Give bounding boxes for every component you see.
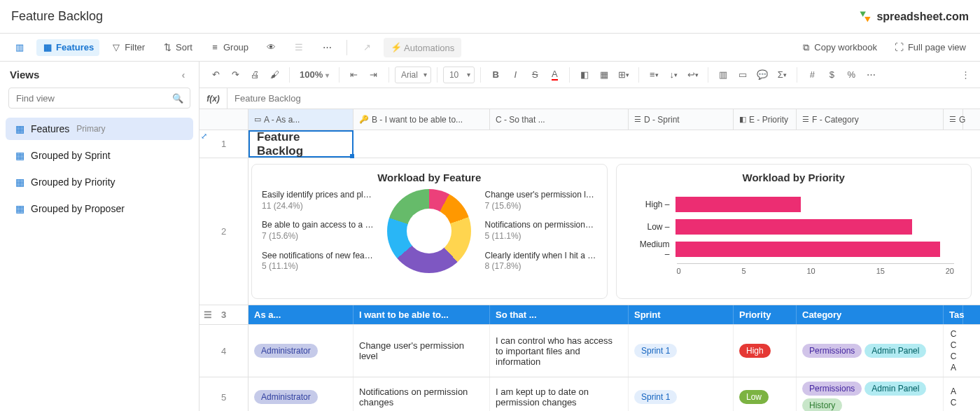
list-button[interactable]: ☰ bbox=[288, 39, 310, 56]
cell-priority[interactable]: High bbox=[734, 325, 797, 377]
chart-workload-feature[interactable]: Workload by Feature Easily identify pric… bbox=[251, 164, 608, 299]
zoom-select[interactable]: 100% ▾ bbox=[295, 69, 333, 80]
row-number[interactable]: 4 bbox=[200, 325, 248, 377]
table-header[interactable]: As a... bbox=[248, 305, 354, 324]
row-number[interactable]: 2 bbox=[200, 158, 248, 305]
formula-input[interactable]: Feature Backlog bbox=[227, 93, 301, 104]
strike-button[interactable]: S bbox=[526, 66, 544, 84]
image-button[interactable]: ▭ bbox=[734, 66, 752, 84]
search-input[interactable] bbox=[8, 88, 190, 109]
table-header[interactable]: I want to be able to... bbox=[354, 305, 490, 324]
table-header[interactable]: Priority bbox=[734, 305, 797, 324]
textcolor-button[interactable]: A bbox=[545, 66, 564, 84]
collapse-sidebar-icon[interactable]: ‹ bbox=[178, 69, 189, 81]
font-select[interactable]: Arial bbox=[395, 67, 431, 83]
view-item-sprint[interactable]: ▦ Grouped by Sprint bbox=[6, 144, 193, 167]
share-button[interactable]: ↗ bbox=[356, 39, 378, 56]
view-item-proposer[interactable]: ▦ Grouped by Proposer bbox=[6, 197, 193, 220]
paint-button[interactable]: 🖌 bbox=[265, 66, 284, 84]
cell-tasks[interactable]: AC bbox=[944, 377, 963, 411]
more-button[interactable]: ⋯ bbox=[316, 39, 338, 56]
border-button[interactable]: ▦ bbox=[595, 66, 613, 84]
table-header[interactable]: Sprint bbox=[629, 305, 734, 324]
merge-button[interactable]: ⊞▾ bbox=[615, 66, 633, 84]
cell-a1[interactable]: Feature Backlog bbox=[248, 130, 354, 158]
automations-button[interactable]: ⚡ Automations bbox=[384, 38, 461, 57]
currency-button[interactable]: $ bbox=[822, 66, 841, 84]
view-label: Grouped by Proposer bbox=[31, 203, 125, 214]
italic-button[interactable]: I bbox=[506, 66, 524, 84]
table-row[interactable]: 4 Administrator Change user's permission… bbox=[200, 325, 980, 377]
table-header[interactable]: Category bbox=[797, 305, 944, 324]
group-button[interactable]: ≡Group bbox=[204, 39, 254, 56]
row-number[interactable]: 5 bbox=[200, 377, 248, 411]
cell-as-a[interactable]: Administrator bbox=[248, 377, 354, 411]
sigma-icon: Σ bbox=[778, 69, 783, 80]
bar-label: Low – bbox=[634, 222, 670, 232]
col-header-a[interactable]: ▭A - As a... bbox=[248, 109, 354, 130]
undo-button[interactable]: ↶ bbox=[206, 66, 225, 84]
col-header-f[interactable]: ☰F - Category bbox=[797, 109, 944, 130]
cell-sprint[interactable]: Sprint 1 bbox=[629, 377, 734, 411]
function-button[interactable]: Σ▾ bbox=[773, 66, 791, 84]
hide-button[interactable]: 👁 bbox=[260, 39, 282, 56]
bold-icon: B bbox=[493, 69, 499, 80]
indent-dec-button[interactable]: ⇤ bbox=[345, 66, 363, 84]
halign-button[interactable]: ≡▾ bbox=[645, 66, 663, 84]
cell-priority[interactable]: Low bbox=[734, 377, 797, 411]
cell-so-that[interactable]: I am kept up to date on permission chang… bbox=[490, 377, 629, 411]
row-number[interactable]: ☰3 bbox=[200, 305, 248, 324]
sheet-menu-button[interactable]: ⋮ bbox=[958, 67, 973, 83]
chart-workload-priority[interactable]: Workload by Priority High – Low – Medium… bbox=[616, 164, 972, 299]
table-header[interactable]: So that ... bbox=[490, 305, 629, 324]
priority-pill: Low bbox=[739, 390, 769, 404]
corner-cell[interactable] bbox=[200, 109, 248, 130]
bold-button[interactable]: B bbox=[486, 66, 505, 84]
col-header-b[interactable]: 🔑B - I want to be able to... bbox=[354, 109, 490, 130]
expand-icon[interactable]: ⤢ bbox=[201, 132, 207, 141]
indent-inc-button[interactable]: ⇥ bbox=[365, 66, 383, 84]
cell-category[interactable]: Permissions Admin Panel bbox=[797, 325, 944, 377]
more-format-button[interactable]: ⋯ bbox=[862, 66, 880, 84]
col-header-c[interactable]: C - So that ... bbox=[490, 109, 629, 130]
view-label: Features bbox=[31, 123, 69, 134]
donut-label: See notifications of new fea…5 (11.1%) bbox=[262, 251, 374, 272]
share-icon: ↗ bbox=[361, 42, 372, 53]
size-select[interactable]: 10 bbox=[443, 67, 475, 83]
col-header-d[interactable]: ☰D - Sprint bbox=[629, 109, 734, 130]
table-row[interactable]: 5 Administrator Notifications on permiss… bbox=[200, 377, 980, 411]
percent-button[interactable]: % bbox=[842, 66, 860, 84]
col-header-g[interactable]: ☰G bbox=[944, 109, 963, 130]
sprint-pill: Sprint 1 bbox=[634, 390, 677, 404]
col-header-e[interactable]: ◧E - Priority bbox=[734, 109, 797, 130]
view-item-features[interactable]: ▦ Features Primary bbox=[6, 118, 193, 140]
cell-want[interactable]: Change user's permission level bbox=[354, 325, 490, 377]
redo-button[interactable]: ↷ bbox=[226, 66, 244, 84]
print-button[interactable]: 🖨 bbox=[246, 66, 264, 84]
view-item-priority[interactable]: ▦ Grouped by Priority bbox=[6, 171, 193, 193]
table-header[interactable]: Tas bbox=[944, 305, 963, 324]
cell-sprint[interactable]: Sprint 1 bbox=[629, 325, 734, 377]
wrap-button[interactable]: ↩▾ bbox=[684, 66, 702, 84]
undo-icon: ↶ bbox=[212, 69, 220, 80]
filter-button[interactable]: ▽Filter bbox=[105, 39, 150, 56]
chart-button[interactable]: ▥ bbox=[714, 66, 732, 84]
cell-so-that[interactable]: I can control who has access to importan… bbox=[490, 325, 629, 377]
fill-button[interactable]: ◧ bbox=[575, 66, 594, 84]
hash-button[interactable]: # bbox=[803, 66, 821, 84]
cell-want[interactable]: Notifications on permission changes bbox=[354, 377, 490, 411]
panel-toggle-button[interactable]: ▥ bbox=[8, 39, 31, 56]
row-number[interactable]: 1 ⤢ bbox=[200, 130, 248, 158]
cell-as-a[interactable]: Administrator bbox=[248, 325, 354, 377]
copy-workbook-button[interactable]: ⧉Copy workbook bbox=[794, 39, 883, 56]
wrap-icon: ↩ bbox=[687, 69, 695, 80]
features-view-button[interactable]: ▦Features bbox=[36, 39, 99, 56]
fullpage-button[interactable]: ⛶Full page view bbox=[888, 39, 972, 56]
cell-tasks[interactable]: CCCA bbox=[944, 325, 963, 377]
dollar-icon: $ bbox=[830, 69, 834, 80]
brand-logo[interactable]: spreadsheet.com bbox=[858, 10, 969, 24]
sort-button[interactable]: ⇅Sort bbox=[156, 39, 198, 56]
cell-category[interactable]: Permissions Admin Panel History bbox=[797, 377, 944, 411]
valign-button[interactable]: ↓▾ bbox=[664, 66, 682, 84]
comment-button[interactable]: 💬 bbox=[753, 66, 771, 84]
